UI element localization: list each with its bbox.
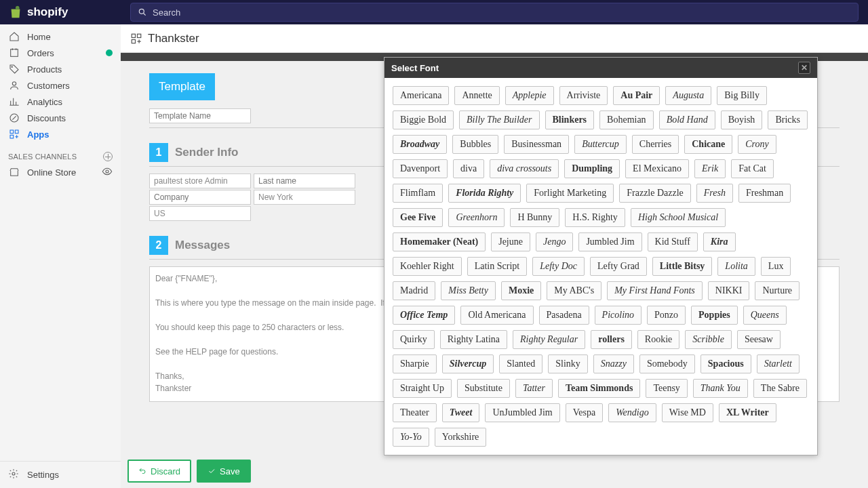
close-icon[interactable]: ✕: [798, 62, 810, 74]
font-option[interactable]: Erik: [694, 159, 726, 178]
font-option[interactable]: Davenport: [393, 159, 448, 178]
font-option[interactable]: Bold Hand: [659, 110, 715, 129]
font-option[interactable]: Bohemian: [599, 110, 654, 129]
font-option[interactable]: Frazzle Dazzle: [619, 184, 691, 203]
font-option[interactable]: Substitute: [457, 379, 510, 398]
font-option[interactable]: Flimflam: [393, 184, 443, 203]
font-option[interactable]: Biggie Bold: [393, 110, 454, 129]
font-option[interactable]: Vespa: [566, 403, 603, 422]
sidebar-item-apps[interactable]: Apps: [0, 126, 121, 142]
font-option[interactable]: Ponzo: [647, 306, 686, 325]
save-button[interactable]: Save: [197, 460, 251, 483]
font-option[interactable]: Forlight Marketing: [526, 184, 614, 203]
font-option[interactable]: Applepie: [505, 86, 554, 105]
font-option[interactable]: Little Bitsy: [652, 257, 713, 276]
sender-last-name[interactable]: [254, 174, 355, 188]
font-option[interactable]: Sharpie: [393, 354, 437, 373]
sidebar-item-customers[interactable]: Customers: [0, 77, 121, 94]
font-option[interactable]: Lux: [761, 257, 791, 276]
sidebar-item-online-store[interactable]: Online Store: [0, 164, 121, 180]
font-option[interactable]: Old Americana: [460, 306, 533, 325]
font-option[interactable]: Thank You: [693, 379, 748, 398]
font-option[interactable]: Madrid: [393, 281, 435, 300]
font-option[interactable]: Yo-Yo: [393, 428, 429, 447]
font-option[interactable]: Pasadena: [539, 306, 589, 325]
add-channel-icon[interactable]: [103, 152, 113, 161]
font-option[interactable]: Americana: [393, 86, 449, 105]
font-option[interactable]: Blinkers: [545, 110, 595, 129]
font-option[interactable]: Businessman: [504, 135, 569, 154]
font-option[interactable]: Nurture: [755, 281, 800, 300]
font-option[interactable]: UnJumbled Jim: [485, 403, 559, 422]
font-option[interactable]: My First Hand Fonts: [607, 281, 703, 300]
font-option[interactable]: Koehler Right: [393, 257, 462, 276]
font-option[interactable]: Tatter: [515, 379, 553, 398]
font-option[interactable]: Latin Script: [467, 257, 528, 276]
font-option[interactable]: Slinky: [548, 354, 588, 373]
font-option[interactable]: Fresh: [696, 184, 733, 203]
font-option[interactable]: High School Musical: [631, 208, 726, 227]
font-option[interactable]: Somebody: [639, 354, 695, 373]
font-option[interactable]: Lolita: [717, 257, 755, 276]
font-option[interactable]: NIKKI: [708, 281, 750, 300]
font-option[interactable]: Fat Cat: [731, 159, 774, 178]
font-option[interactable]: XL Writer: [719, 403, 776, 422]
font-option[interactable]: Kid Stuff: [648, 232, 698, 251]
font-option[interactable]: Silvercup: [442, 354, 494, 373]
font-option[interactable]: H Bunny: [510, 208, 559, 227]
font-option[interactable]: Homemaker (Neat): [393, 232, 486, 251]
font-option[interactable]: The Sabre: [753, 379, 807, 398]
font-option[interactable]: Augusta: [665, 86, 711, 105]
font-option[interactable]: Chicane: [684, 135, 732, 154]
font-option[interactable]: Boyish: [721, 110, 763, 129]
font-option[interactable]: Yorkshire: [435, 428, 487, 447]
font-option[interactable]: My ABC's: [547, 281, 601, 300]
font-option[interactable]: Queens: [743, 306, 787, 325]
font-option[interactable]: Jumbled Jim: [578, 232, 642, 251]
font-option[interactable]: Big Billy: [717, 86, 767, 105]
template-name-input[interactable]: [149, 108, 251, 123]
font-option[interactable]: Team Simmonds: [558, 379, 640, 398]
font-option[interactable]: Theater: [393, 403, 437, 422]
sender-country[interactable]: [149, 206, 251, 221]
font-option[interactable]: Buttercup: [574, 135, 627, 154]
font-option[interactable]: Wise MD: [662, 403, 713, 422]
font-option[interactable]: Rookie: [637, 330, 679, 349]
sidebar-item-home[interactable]: Home: [0, 28, 121, 45]
font-option[interactable]: Starlett: [757, 354, 800, 373]
font-option[interactable]: Gee Five: [393, 208, 443, 227]
sidebar-item-products[interactable]: Products: [0, 61, 121, 77]
font-option[interactable]: Billy The Builder: [459, 110, 539, 129]
font-option[interactable]: Freshman: [738, 184, 791, 203]
font-option[interactable]: Miss Betty: [441, 281, 496, 300]
font-option[interactable]: El Mexicano: [625, 159, 689, 178]
font-option[interactable]: Jengo: [536, 232, 573, 251]
font-option[interactable]: Righty Regular: [513, 330, 585, 349]
font-option[interactable]: Jejune: [491, 232, 530, 251]
sender-city[interactable]: [254, 190, 355, 205]
search-input[interactable]: Search: [130, 3, 859, 22]
font-option[interactable]: Bricks: [768, 110, 808, 129]
font-option[interactable]: Crony: [738, 135, 776, 154]
font-option[interactable]: Lefty Grad: [590, 257, 647, 276]
font-option[interactable]: Cherries: [632, 135, 679, 154]
font-option[interactable]: Kira: [703, 232, 736, 251]
font-option[interactable]: Seesaw: [737, 330, 781, 349]
font-option[interactable]: Au Pair: [613, 86, 660, 105]
font-option[interactable]: Snazzy: [593, 354, 634, 373]
brand-logo[interactable]: shopify: [0, 5, 121, 20]
font-option[interactable]: Lefty Doc: [532, 257, 585, 276]
sender-company[interactable]: [149, 190, 251, 205]
sidebar-item-settings[interactable]: Settings: [0, 461, 121, 488]
sidebar-item-analytics[interactable]: Analytics: [0, 94, 121, 110]
font-option[interactable]: Straight Up: [393, 379, 452, 398]
discard-button[interactable]: Discard: [127, 460, 191, 483]
font-option[interactable]: Quirky: [393, 330, 435, 349]
font-option[interactable]: Slanted: [499, 354, 542, 373]
font-option[interactable]: Arriviste: [559, 86, 608, 105]
font-option[interactable]: Teensy: [646, 379, 687, 398]
font-option[interactable]: H.S. Righty: [565, 208, 625, 227]
font-option[interactable]: diva crossouts: [490, 159, 559, 178]
font-option[interactable]: rollers: [591, 330, 632, 349]
font-option[interactable]: diva: [453, 159, 484, 178]
